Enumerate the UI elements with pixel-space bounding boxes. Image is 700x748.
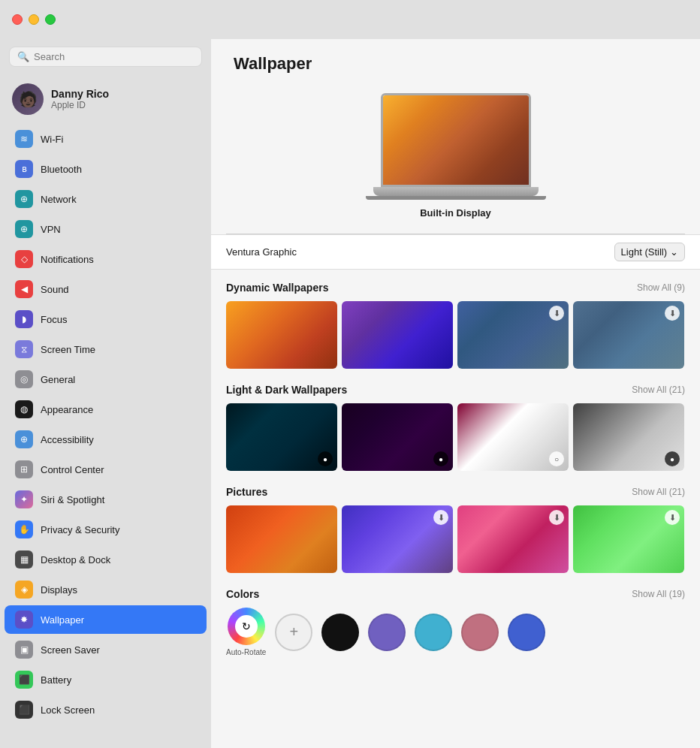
appearance-icon: ◍ [15, 400, 33, 418]
title-bar [0, 0, 700, 39]
style-selector[interactable]: Light (Still) ⌄ [614, 243, 685, 261]
show-all-pictures[interactable]: Show All (21) [632, 487, 685, 497]
general-icon: ◎ [15, 370, 33, 388]
sidebar-label-network: Network [41, 194, 77, 205]
sidebar-item-general[interactable]: ◎General [5, 365, 207, 394]
wallpaper-grid-pictures: ⬇⬇⬇ [226, 505, 685, 573]
sidebar-item-screensaver[interactable]: ▣Screen Saver [5, 635, 207, 664]
wallpaper-grid-lightdark: ●●○● [226, 403, 685, 471]
wallpaper-thumb-pic2[interactable]: ⬇ [342, 505, 453, 573]
show-all-colors[interactable]: Show All (19) [632, 589, 685, 599]
sidebar-label-privacy: Privacy & Security [41, 524, 119, 535]
wallpaper-thumb-dyn3[interactable]: ⬇ [457, 301, 569, 369]
sidebar-item-displays[interactable]: ◈Displays [5, 575, 207, 604]
download-badge: ⬇ [665, 510, 680, 525]
search-container: 🔍 [0, 39, 211, 74]
display-preview: Built-in Display [211, 86, 700, 234]
colors-grid: ↻Auto-Rotate+ [226, 608, 685, 656]
sidebar-item-sound[interactable]: ◀Sound [5, 275, 207, 303]
avatar: 🧑🏿 [12, 83, 44, 115]
wallpaper-thumb-ld3[interactable]: ○ [457, 403, 569, 471]
download-badge: ⬇ [433, 510, 448, 525]
screensaver-icon: ▣ [15, 641, 33, 659]
mode-badge: ● [433, 451, 448, 466]
section-title-pictures: Pictures [226, 486, 267, 498]
sidebar-item-battery[interactable]: ⬛Battery [5, 665, 207, 694]
sidebar-item-focus[interactable]: ◗Focus [5, 305, 207, 333]
desktop-icon: ▦ [15, 550, 33, 569]
section-header-pictures: PicturesShow All (21) [226, 486, 685, 498]
section-title-colors: Colors [226, 588, 259, 600]
chevron-icon: ⌄ [670, 246, 678, 258]
wallpaper-thumb-ld2[interactable]: ● [342, 403, 453, 471]
wallpaper-thumb-dyn2[interactable] [342, 301, 453, 369]
minimize-button[interactable] [29, 14, 39, 25]
controlcenter-icon: ⊞ [15, 460, 33, 478]
close-button[interactable] [12, 14, 23, 25]
app-window: 🔍 🧑🏿 Danny Rico Apple ID ≋Wi-FiʙBluetoot… [0, 39, 700, 748]
sidebar-item-wallpaper[interactable]: ✸Wallpaper [5, 605, 207, 634]
laptop-screen-inner [383, 95, 529, 185]
wallpaper-thumb-dyn4[interactable]: ⬇ [573, 301, 684, 369]
sound-icon: ◀ [15, 280, 33, 298]
sidebar-item-controlcenter[interactable]: ⊞Control Center [5, 455, 207, 484]
sidebar-item-privacy[interactable]: ✋Privacy & Security [5, 515, 207, 544]
sidebar-label-controlcenter: Control Center [41, 464, 104, 475]
main-content: Wallpaper Built-in Display Ventura Graph… [211, 39, 700, 748]
show-all-lightdark[interactable]: Show All (21) [632, 385, 685, 395]
vpn-icon: ⊕ [15, 220, 33, 238]
wallpaper-thumb-ld1[interactable]: ● [226, 403, 337, 471]
sidebar-label-battery: Battery [41, 674, 71, 686]
wallpaper-grid-dynamic: ⬇⬇ [226, 301, 685, 369]
section-colors: ColorsShow All (19)↻Auto-Rotate+ [226, 588, 685, 656]
section-pictures: PicturesShow All (21)⬇⬇⬇ [226, 486, 685, 573]
sidebar-item-siri[interactable]: ✦Siri & Spotlight [5, 485, 207, 514]
mode-badge: ● [318, 451, 333, 466]
section-header-dynamic: Dynamic WallpapersShow All (9) [226, 282, 685, 294]
sidebar-item-accessibility[interactable]: ⊕Accessibility [5, 425, 207, 454]
sidebar-item-lockscreen[interactable]: ⬛Lock Screen [5, 695, 207, 724]
lockscreen-icon: ⬛ [15, 701, 33, 719]
user-subtitle: Apple ID [51, 100, 109, 110]
sidebar-label-bluetooth: Bluetooth [41, 164, 82, 175]
wallpaper-thumb-pic3[interactable]: ⬇ [457, 505, 569, 573]
auto-rotate-option[interactable]: ↻Auto-Rotate [226, 608, 266, 656]
sidebar-item-bluetooth[interactable]: ʙBluetooth [5, 155, 207, 183]
sidebar-item-vpn[interactable]: ⊕VPN [5, 215, 207, 243]
sidebar-item-desktop[interactable]: ▦Desktop & Dock [5, 545, 207, 574]
search-input[interactable] [34, 51, 194, 62]
maximize-button[interactable] [45, 14, 56, 25]
sidebar-item-notifications[interactable]: ◇Notifications [5, 245, 207, 273]
laptop-foot [366, 196, 546, 200]
sidebar: 🔍 🧑🏿 Danny Rico Apple ID ≋Wi-FiʙBluetoot… [0, 39, 211, 748]
avatar-image: 🧑🏿 [12, 83, 44, 115]
page-title: Wallpaper [234, 54, 677, 74]
sidebar-label-wifi: Wi-Fi [41, 134, 63, 145]
displays-icon: ◈ [15, 581, 33, 599]
color-option-purple[interactable] [368, 614, 406, 651]
sidebar-item-appearance[interactable]: ◍Appearance [5, 395, 207, 424]
section-header-lightdark: Light & Dark WallpapersShow All (21) [226, 384, 685, 396]
content-header: Wallpaper [211, 39, 700, 86]
wallpaper-thumb-pic1[interactable] [226, 505, 337, 573]
show-all-dynamic[interactable]: Show All (9) [637, 282, 685, 293]
search-box[interactable]: 🔍 [9, 47, 202, 67]
selector-bar: Ventura Graphic Light (Still) ⌄ [211, 234, 700, 270]
user-info: Danny Rico Apple ID [51, 88, 109, 110]
sidebar-item-network[interactable]: ⊕Network [5, 185, 207, 213]
wallpaper-thumb-ld4[interactable]: ● [573, 403, 684, 471]
color-swatch-black [321, 614, 359, 651]
wallpaper-thumb-pic4[interactable]: ⬇ [573, 505, 684, 573]
add-color-button[interactable]: + [275, 614, 312, 651]
sidebar-item-screentime[interactable]: ⧖Screen Time [5, 335, 207, 363]
sidebar-item-wifi[interactable]: ≋Wi-Fi [5, 125, 207, 153]
style-value: Light (Still) [621, 246, 667, 258]
color-option-black[interactable] [321, 614, 359, 651]
wallpaper-thumb-dyn1[interactable] [226, 301, 337, 369]
color-option-rose[interactable] [461, 614, 499, 651]
user-profile[interactable]: 🧑🏿 Danny Rico Apple ID [0, 74, 211, 124]
download-badge: ⬇ [549, 306, 564, 321]
color-option-cyan[interactable] [415, 614, 452, 651]
mode-badge: ○ [549, 451, 564, 466]
color-option-blue[interactable] [508, 614, 545, 651]
